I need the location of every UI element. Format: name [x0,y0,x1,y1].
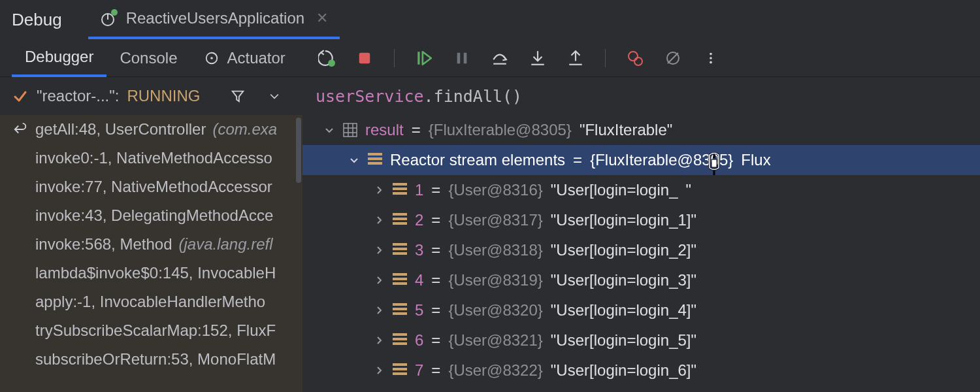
debug-tab-bar: Debug ReactiveUsersApplication ✕ [0,0,980,39]
divider [605,49,606,67]
chevron-right-icon[interactable] [373,214,385,226]
chevron-right-icon[interactable] [373,274,385,286]
stack-frame[interactable]: invoke:568, Method (java.lang.refl [0,230,302,259]
var-name: Reactor stream elements [390,151,565,169]
debugger-toolbar [299,49,719,67]
svg-point-20 [710,57,712,59]
var-eq: = [431,331,440,350]
chevron-right-icon[interactable] [373,365,385,376]
stop-icon[interactable] [356,50,373,67]
tree-row-item[interactable]: 6 = {User@8321} "User[login=login_5]" [302,325,980,355]
stack-frame[interactable]: lambda$invoke$0:145, InvocableH [0,259,302,287]
var-eq: = [573,151,582,169]
return-icon [12,121,29,138]
stack-icon [393,363,407,378]
frame-text: getAll:48, UserController [35,120,206,139]
frame-class: (java.lang.refl [178,235,272,253]
chevron-right-icon[interactable] [373,244,385,256]
var-type: {User@8322} [448,361,542,380]
close-icon[interactable]: ✕ [316,10,328,27]
mute-breakpoints-icon[interactable] [664,50,681,67]
chevron-right-icon[interactable] [373,184,385,196]
more-icon[interactable] [702,50,719,67]
stack-frame[interactable]: invoke:77, NativeMethodAccessor [0,172,302,201]
var-type: {User@8318} [448,241,542,259]
step-out-icon[interactable] [567,50,584,67]
svg-point-16 [634,57,642,65]
tab-actuator-label: Actuator [227,49,285,67]
var-name: result [365,121,404,139]
evaluate-expression-input[interactable]: userService.findAll() [302,77,980,115]
chevron-down-icon[interactable] [266,88,283,105]
panel-title: Debug [12,10,88,30]
frames-pane: "reactor-...": RUNNING getAll:48, UserCo… [0,77,302,392]
step-over-icon[interactable] [491,50,508,67]
stack-frames-list[interactable]: getAll:48, UserController (com.exa invok… [0,115,302,392]
svg-rect-9 [464,52,467,63]
stack-icon [368,153,382,167]
run-tab-active[interactable]: ReactiveUsersApplication ✕ [88,0,340,39]
var-eq: = [431,211,440,229]
frame-text: trySubscribeScalarMap:152, FluxF [35,321,276,340]
chevron-right-icon[interactable] [373,335,385,346]
thread-selector[interactable]: "reactor-...": RUNNING [0,77,302,115]
var-eq: = [431,361,440,380]
filter-icon[interactable] [229,88,246,105]
var-str: "User[login=login_2]" [551,241,696,259]
tree-row-item[interactable]: 5 = {User@8320} "User[login=login_4]" [302,295,980,325]
eval-dot: . [424,87,434,106]
tree-row-stream[interactable]: Reactor stream elements = {FluxIterable@… [302,145,980,175]
chevron-down-icon[interactable] [323,124,335,136]
var-str: "FluxIterable" [580,121,672,139]
stack-frame[interactable]: trySubscribeScalarMap:152, FluxF [0,316,302,345]
tree-row-item[interactable]: 7 = {User@8322} "User[login=login_6]" [302,355,980,385]
tab-console[interactable]: Console [106,39,190,77]
run-config-icon [100,9,118,27]
var-tail: " [685,181,691,199]
stack-frame[interactable]: invoke0:-1, NativeMethodAccesso [0,144,302,172]
tab-actuator[interactable]: Actuator [190,39,298,77]
stack-frame[interactable]: invoke:43, DelegatingMethodAcce [0,201,302,230]
var-idx: 2 [415,211,423,229]
stack-frame[interactable]: getAll:48, UserController (com.exa [0,115,302,144]
svg-rect-22 [344,123,357,137]
eval-parens: () [502,87,522,106]
pause-icon[interactable] [453,50,470,67]
var-idx: 4 [415,271,423,289]
var-str: "User[login=login_1]" [551,211,696,229]
stack-icon [393,333,407,348]
resume-icon[interactable] [416,50,433,67]
tree-row-item[interactable]: 4 = {User@8319} "User[login=login_3]" [302,265,980,295]
svg-rect-8 [457,52,461,63]
var-str: "User[login=login_ [551,181,678,199]
view-breakpoints-icon[interactable] [627,50,644,67]
tree-row-item[interactable]: 2 = {User@8317} "User[login=login_1]" [302,205,980,235]
svg-point-4 [211,57,214,59]
scrollbar-thumb[interactable] [296,118,301,183]
stack-frame[interactable]: apply:-1, InvocableHandlerMetho [0,287,302,316]
rerun-icon[interactable] [318,50,335,67]
stack-frame[interactable]: subscribeOrReturn:53, MonoFlatM [0,345,302,374]
var-type: {FluxIterable@8305} [590,151,733,169]
var-type: {User@8321} [448,331,542,350]
var-type: {User@8320} [448,301,542,319]
chevron-right-icon[interactable] [373,304,385,316]
tree-row-result[interactable]: result = {FluxIterable@8305} "FluxIterab… [302,115,980,145]
step-into-icon[interactable] [529,50,546,67]
svg-point-15 [629,52,638,61]
tree-row-item[interactable]: 3 = {User@8318} "User[login=login_2]" [302,235,980,265]
variables-tree[interactable]: result = {FluxIterable@8305} "FluxIterab… [302,115,980,392]
var-str: "User[login=login_5]" [551,331,696,350]
svg-point-5 [328,59,335,67]
chevron-down-icon[interactable] [348,154,360,166]
var-str: "User[login=login_3]" [551,271,696,289]
var-type: {User@8316} [448,181,542,199]
tab-debugger[interactable]: Debugger [12,39,106,77]
frame-text: invoke:568, Method [35,235,172,253]
tree-row-item[interactable]: 1 = {User@8316} "User[login=login_" [302,175,980,205]
var-type: {FluxIterable@8305} [429,121,572,139]
svg-point-2 [111,9,118,16]
var-idx: 5 [415,301,423,319]
frame-text: subscribeOrReturn:53, MonoFlatM [35,350,276,368]
eval-obj: userService [316,87,424,106]
